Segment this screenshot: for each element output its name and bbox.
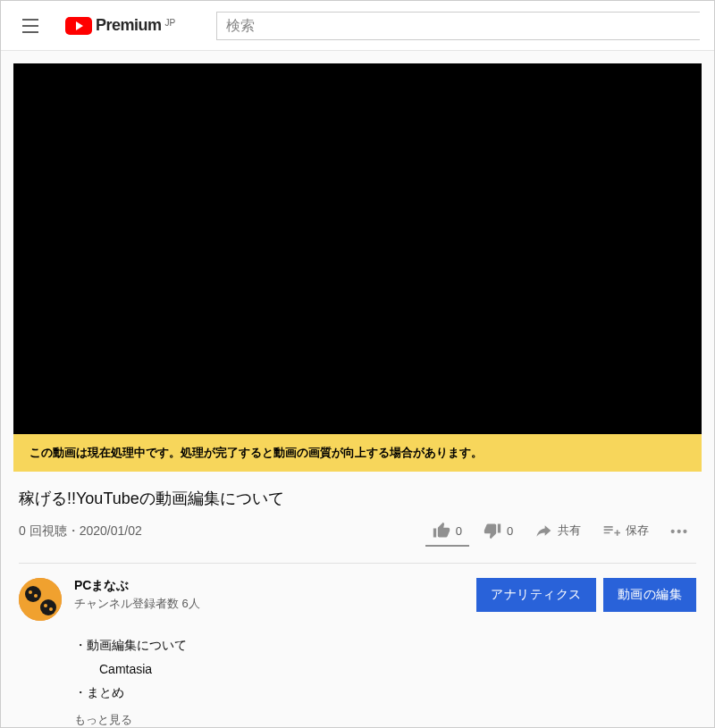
channel-name[interactable]: PCまなぶ	[74, 578, 464, 594]
channel-subscribers: チャンネル登録者数 6人	[74, 596, 464, 612]
analytics-button[interactable]: アナリティクス	[476, 578, 596, 612]
video-player[interactable]	[13, 63, 702, 434]
dislike-button[interactable]: 0	[476, 516, 520, 547]
more-actions-button[interactable]: •••	[663, 519, 696, 544]
like-count: 0	[456, 524, 462, 538]
video-title: 稼げる!!YouTubeの動画編集について	[19, 488, 696, 509]
description-line: ・動画編集について	[74, 633, 702, 657]
processing-banner: この動画は現在処理中です。処理が完了すると動画の画質が向上する場合があります。	[13, 434, 702, 472]
logo-text: Premium	[96, 16, 162, 35]
svg-point-4	[40, 599, 56, 615]
save-label: 保存	[626, 523, 649, 539]
playlist-add-icon	[602, 522, 620, 540]
share-button[interactable]: 共有	[527, 516, 588, 547]
channel-row: PCまなぶ チャンネル登録者数 6人 アナリティクス 動画の編集	[13, 564, 702, 621]
logo[interactable]: Premium JP	[65, 16, 175, 35]
like-button[interactable]: 0	[425, 516, 469, 547]
thumbs-up-icon	[433, 522, 450, 540]
description-line: ・まとめ	[74, 681, 702, 705]
search-container	[216, 12, 700, 40]
search-input[interactable]	[216, 12, 700, 40]
video-actions: 0 0 共有 保	[425, 516, 696, 547]
owner-buttons: アナリティクス 動画の編集	[476, 578, 696, 612]
description-line: Camtasia	[99, 657, 702, 682]
youtube-icon	[65, 17, 92, 35]
channel-avatar[interactable]	[19, 578, 62, 621]
save-button[interactable]: 保存	[595, 516, 656, 547]
svg-point-6	[49, 607, 53, 611]
svg-point-3	[34, 594, 38, 598]
edit-video-button[interactable]: 動画の編集	[603, 578, 697, 612]
video-description: ・動画編集について Camtasia ・まとめ	[74, 633, 702, 705]
content: この動画は現在処理中です。処理が完了すると動画の画質が向上する場合があります。 …	[1, 51, 714, 728]
dislike-count: 0	[507, 524, 513, 538]
channel-info: PCまなぶ チャンネル登録者数 6人	[74, 578, 464, 612]
svg-point-5	[44, 604, 47, 607]
banner-text: この動画は現在処理中です。処理が完了すると動画の画質が向上する場合があります。	[29, 446, 483, 459]
country-code: JP	[165, 18, 176, 28]
more-horizontal-icon: •••	[670, 524, 689, 539]
stat-row: 0 回視聴・2020/01/02 0 0	[19, 516, 696, 547]
svg-point-2	[29, 590, 32, 594]
header: Premium JP	[1, 1, 714, 51]
views-date: 0 回視聴・2020/01/02	[19, 523, 425, 540]
show-more-button[interactable]: もっと見る	[74, 712, 702, 728]
menu-icon[interactable]	[15, 8, 51, 44]
svg-point-0	[19, 578, 62, 621]
share-label: 共有	[558, 523, 581, 539]
video-meta: 稼げる!!YouTubeの動画編集について 0 回視聴・2020/01/02 0…	[13, 472, 702, 554]
svg-point-1	[25, 586, 41, 602]
thumbs-down-icon	[484, 522, 501, 540]
share-icon	[534, 522, 552, 540]
